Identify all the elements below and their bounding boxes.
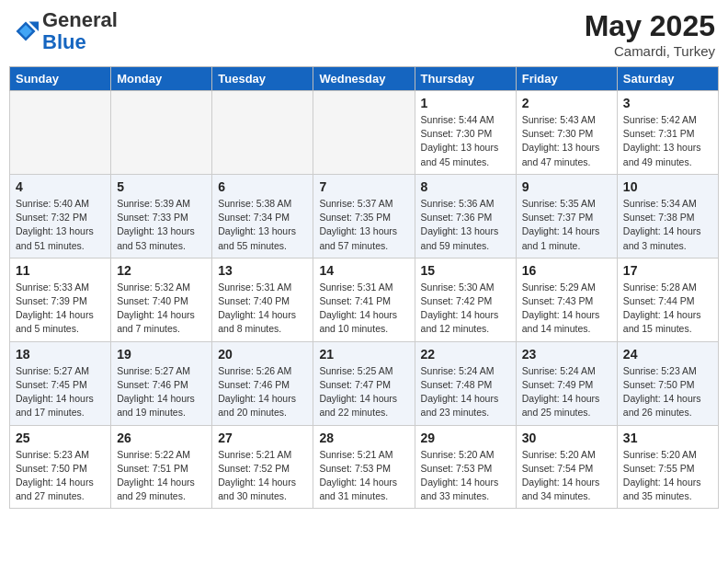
day-info: Sunrise: 5:28 AMSunset: 7:44 PMDaylight:… [623,281,712,337]
day-number: 21 [319,347,408,362]
day-number: 11 [16,263,105,278]
table-row: 28Sunrise: 5:21 AMSunset: 7:53 PMDayligh… [313,425,415,509]
day-info: Sunrise: 5:31 AMSunset: 7:40 PMDaylight:… [218,281,307,337]
day-number: 13 [218,263,307,278]
day-info: Sunrise: 5:34 AMSunset: 7:38 PMDaylight:… [623,197,712,253]
table-row: 4Sunrise: 5:40 AMSunset: 7:32 PMDaylight… [10,174,111,258]
day-number: 17 [623,263,712,278]
logo: General Blue [13,9,118,53]
table-row: 20Sunrise: 5:26 AMSunset: 7:46 PMDayligh… [212,341,313,425]
day-number: 5 [117,179,206,194]
day-info: Sunrise: 5:40 AMSunset: 7:32 PMDaylight:… [16,197,105,253]
day-info: Sunrise: 5:24 AMSunset: 7:49 PMDaylight:… [522,364,611,420]
table-row: 12Sunrise: 5:32 AMSunset: 7:40 PMDayligh… [111,258,212,341]
day-number: 28 [319,431,408,445]
day-number: 7 [319,179,408,194]
table-row: 22Sunrise: 5:24 AMSunset: 7:48 PMDayligh… [415,341,516,425]
day-info: Sunrise: 5:22 AMSunset: 7:51 PMDaylight:… [117,448,206,504]
day-number: 20 [218,347,307,362]
table-row: 24Sunrise: 5:23 AMSunset: 7:50 PMDayligh… [617,341,718,425]
day-number: 30 [522,431,611,445]
table-row: 26Sunrise: 5:22 AMSunset: 7:51 PMDayligh… [111,425,212,509]
day-info: Sunrise: 5:43 AMSunset: 7:30 PMDaylight:… [522,113,611,169]
day-number: 4 [16,179,105,194]
day-number: 26 [117,431,206,445]
day-number: 27 [218,431,307,445]
col-friday: Friday [516,67,617,91]
day-info: Sunrise: 5:26 AMSunset: 7:46 PMDaylight:… [218,364,307,420]
table-row: 8Sunrise: 5:36 AMSunset: 7:36 PMDaylight… [415,174,516,258]
location: Camardi, Turkey [585,43,715,59]
logo-blue-text: Blue [42,30,86,53]
table-row: 7Sunrise: 5:37 AMSunset: 7:35 PMDaylight… [313,174,415,258]
day-info: Sunrise: 5:44 AMSunset: 7:30 PMDaylight:… [421,113,510,169]
day-number: 31 [623,431,712,445]
day-info: Sunrise: 5:20 AMSunset: 7:55 PMDaylight:… [623,448,712,504]
calendar-week-row: 11Sunrise: 5:33 AMSunset: 7:39 PMDayligh… [10,258,719,341]
day-info: Sunrise: 5:31 AMSunset: 7:41 PMDaylight:… [319,281,408,337]
table-row [212,91,313,175]
day-info: Sunrise: 5:42 AMSunset: 7:31 PMDaylight:… [623,113,712,169]
logo-general-text: General [42,8,118,31]
col-wednesday: Wednesday [313,67,415,91]
day-info: Sunrise: 5:35 AMSunset: 7:37 PMDaylight:… [522,197,611,253]
day-info: Sunrise: 5:37 AMSunset: 7:35 PMDaylight:… [319,197,408,253]
table-row [10,91,111,175]
table-row: 18Sunrise: 5:27 AMSunset: 7:45 PMDayligh… [10,341,111,425]
table-row: 30Sunrise: 5:20 AMSunset: 7:54 PMDayligh… [516,425,617,509]
day-number: 22 [421,347,510,362]
day-info: Sunrise: 5:20 AMSunset: 7:53 PMDaylight:… [421,448,510,504]
table-row: 31Sunrise: 5:20 AMSunset: 7:55 PMDayligh… [617,425,718,509]
calendar-table: Sunday Monday Tuesday Wednesday Thursday… [9,66,719,509]
day-info: Sunrise: 5:27 AMSunset: 7:45 PMDaylight:… [16,364,105,420]
col-thursday: Thursday [415,67,516,91]
day-number: 12 [117,263,206,278]
day-number: 25 [16,431,105,445]
table-row: 15Sunrise: 5:30 AMSunset: 7:42 PMDayligh… [415,258,516,341]
table-row: 9Sunrise: 5:35 AMSunset: 7:37 PMDaylight… [516,174,617,258]
day-info: Sunrise: 5:23 AMSunset: 7:50 PMDaylight:… [623,364,712,420]
day-info: Sunrise: 5:24 AMSunset: 7:48 PMDaylight:… [421,364,510,420]
col-sunday: Sunday [10,67,111,91]
calendar-week-row: 18Sunrise: 5:27 AMSunset: 7:45 PMDayligh… [10,341,719,425]
day-number: 24 [623,347,712,362]
day-info: Sunrise: 5:39 AMSunset: 7:33 PMDaylight:… [117,197,206,253]
col-monday: Monday [111,67,212,91]
table-row: 6Sunrise: 5:38 AMSunset: 7:34 PMDaylight… [212,174,313,258]
calendar-week-row: 1Sunrise: 5:44 AMSunset: 7:30 PMDaylight… [10,91,719,175]
day-number: 3 [623,96,712,110]
day-info: Sunrise: 5:20 AMSunset: 7:54 PMDaylight:… [522,448,611,504]
calendar-week-row: 4Sunrise: 5:40 AMSunset: 7:32 PMDaylight… [10,174,719,258]
day-info: Sunrise: 5:30 AMSunset: 7:42 PMDaylight:… [421,281,510,337]
day-number: 9 [522,179,611,194]
table-row: 5Sunrise: 5:39 AMSunset: 7:33 PMDaylight… [111,174,212,258]
day-info: Sunrise: 5:36 AMSunset: 7:36 PMDaylight:… [421,197,510,253]
table-row [313,91,415,175]
day-info: Sunrise: 5:38 AMSunset: 7:34 PMDaylight:… [218,197,307,253]
logo-icon [13,18,39,44]
day-number: 6 [218,179,307,194]
table-row: 29Sunrise: 5:20 AMSunset: 7:53 PMDayligh… [415,425,516,509]
day-number: 8 [421,179,510,194]
col-tuesday: Tuesday [212,67,313,91]
day-number: 23 [522,347,611,362]
day-info: Sunrise: 5:33 AMSunset: 7:39 PMDaylight:… [16,281,105,337]
table-row: 10Sunrise: 5:34 AMSunset: 7:38 PMDayligh… [617,174,718,258]
table-row: 19Sunrise: 5:27 AMSunset: 7:46 PMDayligh… [111,341,212,425]
table-row: 14Sunrise: 5:31 AMSunset: 7:41 PMDayligh… [313,258,415,341]
table-row: 13Sunrise: 5:31 AMSunset: 7:40 PMDayligh… [212,258,313,341]
table-row: 17Sunrise: 5:28 AMSunset: 7:44 PMDayligh… [617,258,718,341]
table-row: 2Sunrise: 5:43 AMSunset: 7:30 PMDaylight… [516,91,617,175]
day-info: Sunrise: 5:21 AMSunset: 7:52 PMDaylight:… [218,448,307,504]
day-info: Sunrise: 5:21 AMSunset: 7:53 PMDaylight:… [319,448,408,504]
day-number: 29 [421,431,510,445]
page-header: General Blue May 2025 Camardi, Turkey [9,9,719,59]
title-block: May 2025 Camardi, Turkey [585,9,715,59]
calendar-week-row: 25Sunrise: 5:23 AMSunset: 7:50 PMDayligh… [10,425,719,509]
table-row: 3Sunrise: 5:42 AMSunset: 7:31 PMDaylight… [617,91,718,175]
day-number: 1 [421,96,510,110]
table-row: 11Sunrise: 5:33 AMSunset: 7:39 PMDayligh… [10,258,111,341]
calendar-header-row: Sunday Monday Tuesday Wednesday Thursday… [10,67,719,91]
table-row: 1Sunrise: 5:44 AMSunset: 7:30 PMDaylight… [415,91,516,175]
table-row: 25Sunrise: 5:23 AMSunset: 7:50 PMDayligh… [10,425,111,509]
